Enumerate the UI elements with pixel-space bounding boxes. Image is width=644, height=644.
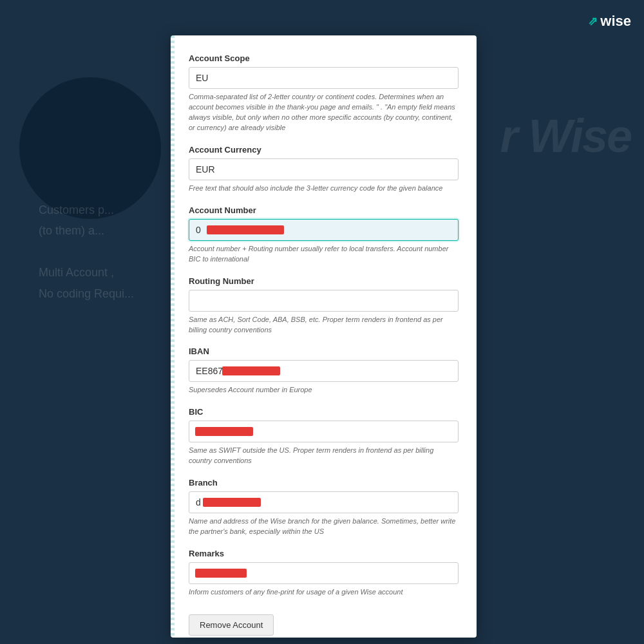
branch-section: Branch Name and address of the Wise bran… <box>189 478 459 537</box>
bg-circle <box>19 77 161 219</box>
account-scope-section: Account Scope Comma-separated list of 2-… <box>189 53 459 133</box>
iban-label: IBAN <box>189 346 459 356</box>
wise-logo-text: wise <box>600 13 631 30</box>
routing-number-hint: Same as ACH, Sort Code, ABA, BSB, etc. P… <box>189 315 459 336</box>
bic-label: BIC <box>189 407 459 417</box>
iban-section: IBAN Supersedes Account number in Europe <box>189 346 459 395</box>
account-number-hint: Account number + Routing number usually … <box>189 244 459 265</box>
remarks-section: Remarks Inform customers of any fine-pri… <box>189 549 459 598</box>
wise-logo: ⇗ wise <box>588 13 631 30</box>
remarks-hint: Inform customers of any fine-print for u… <box>189 587 459 598</box>
account-number-redacted <box>207 225 284 234</box>
wise-logo-arrow: ⇗ <box>588 14 598 28</box>
account-number-label: Account Number <box>189 205 459 215</box>
routing-number-input[interactable] <box>189 290 459 312</box>
account-form-modal: Account Scope Comma-separated list of 2-… <box>171 35 477 638</box>
branch-label: Branch <box>189 478 459 488</box>
account-currency-section: Account Currency Free text that should a… <box>189 145 459 194</box>
routing-number-label: Routing Number <box>189 276 459 286</box>
iban-hint: Supersedes Account number in Europe <box>189 385 459 395</box>
branch-hint: Name and address of the Wise branch for … <box>189 516 459 537</box>
iban-redacted <box>222 366 280 375</box>
account-currency-label: Account Currency <box>189 145 459 155</box>
account-scope-label: Account Scope <box>189 53 459 63</box>
bic-section: BIC Same as SWIFT outside the US. Proper… <box>189 407 459 466</box>
routing-number-section: Routing Number Same as ACH, Sort Code, A… <box>189 276 459 336</box>
account-number-section: Account Number Account number + Routing … <box>189 205 459 265</box>
account-currency-input[interactable] <box>189 158 459 180</box>
remarks-redacted <box>195 569 247 578</box>
account-scope-input[interactable] <box>189 67 459 89</box>
remarks-label: Remarks <box>189 549 459 558</box>
bic-hint: Same as SWIFT outside the US. Proper ter… <box>189 446 459 466</box>
bg-large-text: r Wise <box>500 109 631 162</box>
account-currency-hint: Free text that should also include the 3… <box>189 184 459 194</box>
remove-account-button[interactable]: Remove Account <box>189 614 274 636</box>
branch-redacted <box>203 498 261 507</box>
bg-lines: Customers p... (to them) a... Multi Acco… <box>39 200 134 304</box>
bic-redacted <box>195 427 253 436</box>
account-scope-hint: Comma-separated list of 2-letter country… <box>189 92 459 133</box>
